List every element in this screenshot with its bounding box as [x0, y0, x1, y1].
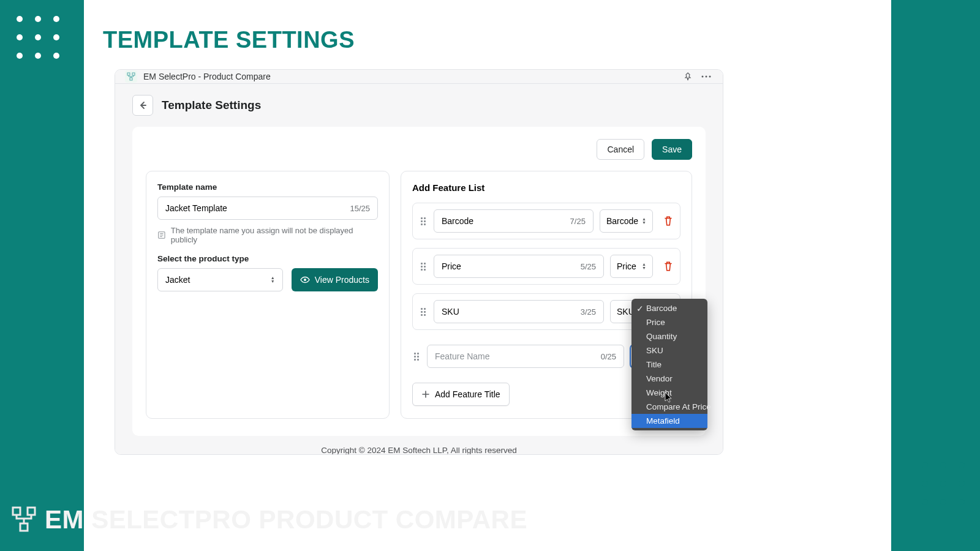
product-type-value: Jacket: [165, 275, 190, 285]
footer-brand-text: EM SELECTPRO PRODUCT COMPARE: [45, 505, 527, 534]
trash-icon[interactable]: [663, 261, 674, 272]
panel-features: Add Feature List Barcode 7/25 Barcode ▲▼: [401, 171, 692, 419]
feature-name-count: 5/25: [581, 262, 596, 271]
more-icon[interactable]: [699, 70, 713, 83]
feature-name-count: 3/25: [581, 307, 596, 317]
view-products-label: View Products: [315, 275, 369, 285]
feature-type-value: Price: [617, 261, 636, 271]
copyright: Copyright © 2024 EM Softech LLP, All rig…: [115, 436, 723, 455]
svg-point-7: [706, 76, 707, 78]
feature-type-select[interactable]: Barcode ▲▼: [600, 209, 653, 233]
template-name-value: Jacket Template: [165, 203, 227, 213]
feature-name-placeholder: Feature Name: [435, 351, 489, 361]
template-name-label: Template name: [157, 182, 378, 192]
template-name-hint: The template name you assign will not be…: [157, 226, 378, 244]
feature-row: Price 5/25 Price ▲▼: [412, 248, 680, 285]
drag-handle-icon[interactable]: [419, 308, 428, 316]
feature-type-dropdown: Barcode Price Quantity SKU Title Vendor …: [631, 299, 707, 430]
trash-icon[interactable]: [663, 216, 674, 227]
cursor-icon: [665, 392, 673, 403]
svg-rect-4: [132, 73, 135, 75]
feature-name-value: Price: [442, 261, 461, 271]
feature-type-select[interactable]: Price ▲▼: [610, 255, 653, 278]
feature-name-input[interactable]: SKU 3/25: [434, 300, 604, 323]
dropdown-item[interactable]: Metafield: [631, 414, 707, 428]
page-header: Template Settings: [115, 84, 723, 116]
drag-handle-icon[interactable]: [419, 217, 428, 225]
bg-left: [0, 0, 84, 551]
caret-icon: ▲▼: [642, 263, 646, 270]
decor-dots-br: [922, 462, 965, 505]
view-products-button[interactable]: View Products: [292, 268, 378, 291]
add-feature-button[interactable]: Add Feature Title: [412, 383, 510, 406]
svg-rect-1: [28, 508, 35, 515]
titlebar: EM SelectPro - Product Compare: [115, 70, 723, 84]
feature-name-count: 0/25: [601, 352, 616, 361]
template-name-input[interactable]: Jacket Template 15/25: [157, 197, 378, 220]
decor-dots-tl: [17, 16, 59, 59]
feature-name-value: SKU: [442, 307, 459, 317]
dropdown-item[interactable]: SKU: [631, 343, 707, 358]
save-button[interactable]: Save: [652, 139, 692, 160]
settings-card: Cancel Save Template name Jacket Templat…: [132, 127, 706, 436]
slide-heading: TEMPLATE SETTINGS: [103, 27, 355, 53]
dropdown-item[interactable]: Price: [631, 315, 707, 329]
plus-icon: [421, 390, 430, 399]
dropdown-item[interactable]: Vendor: [631, 372, 707, 386]
drag-handle-icon[interactable]: [419, 263, 428, 271]
svg-rect-2: [20, 523, 28, 531]
feature-type-value: Barcode: [606, 216, 638, 226]
app-icon: [125, 70, 137, 83]
app-name: EM SelectPro - Product Compare: [143, 72, 271, 81]
caret-icon: ▲▼: [271, 276, 275, 283]
dropdown-item[interactable]: Title: [631, 358, 707, 372]
svg-point-10: [304, 279, 306, 281]
page-title: Template Settings: [162, 99, 261, 112]
svg-rect-0: [13, 508, 20, 515]
feature-list-title: Add Feature List: [412, 182, 680, 193]
panel-template: Template name Jacket Template 15/25 The …: [146, 171, 390, 419]
product-type-label: Select the product type: [157, 254, 378, 263]
actions: Cancel Save: [146, 139, 692, 160]
svg-point-8: [709, 76, 711, 78]
product-type-select[interactable]: Jacket ▲▼: [157, 268, 283, 291]
feature-name-input[interactable]: Price 5/25: [434, 255, 604, 278]
dropdown-item[interactable]: Quantity: [631, 329, 707, 343]
eye-icon: [300, 275, 310, 285]
hint-text: The template name you assign will not be…: [171, 226, 378, 244]
drag-handle-icon[interactable]: [412, 353, 421, 361]
footer-brand: EM SELECTPRO PRODUCT COMPARE: [10, 505, 527, 534]
app-window: EM SelectPro - Product Compare Template …: [115, 69, 723, 455]
feature-name-value: Barcode: [442, 216, 473, 226]
arrow-left-icon: [138, 100, 148, 110]
svg-rect-3: [127, 73, 130, 75]
footer-brand-icon: [10, 506, 37, 533]
feature-name-input[interactable]: Barcode 7/25: [434, 209, 594, 233]
svg-rect-5: [130, 78, 132, 80]
cancel-button[interactable]: Cancel: [597, 139, 644, 160]
caret-icon: ▲▼: [642, 217, 646, 225]
template-name-count: 15/25: [350, 204, 370, 213]
feature-row: Barcode 7/25 Barcode ▲▼: [412, 203, 680, 239]
feature-name-count: 7/25: [570, 217, 586, 226]
note-icon: [157, 231, 166, 239]
add-feature-label: Add Feature Title: [435, 389, 500, 399]
dropdown-item[interactable]: Barcode: [631, 301, 707, 315]
svg-point-6: [702, 76, 704, 78]
pin-icon[interactable]: [681, 70, 695, 83]
content: Cancel Save Template name Jacket Templat…: [115, 116, 723, 436]
back-button[interactable]: [132, 95, 153, 116]
feature-name-input[interactable]: Feature Name 0/25: [427, 345, 624, 368]
